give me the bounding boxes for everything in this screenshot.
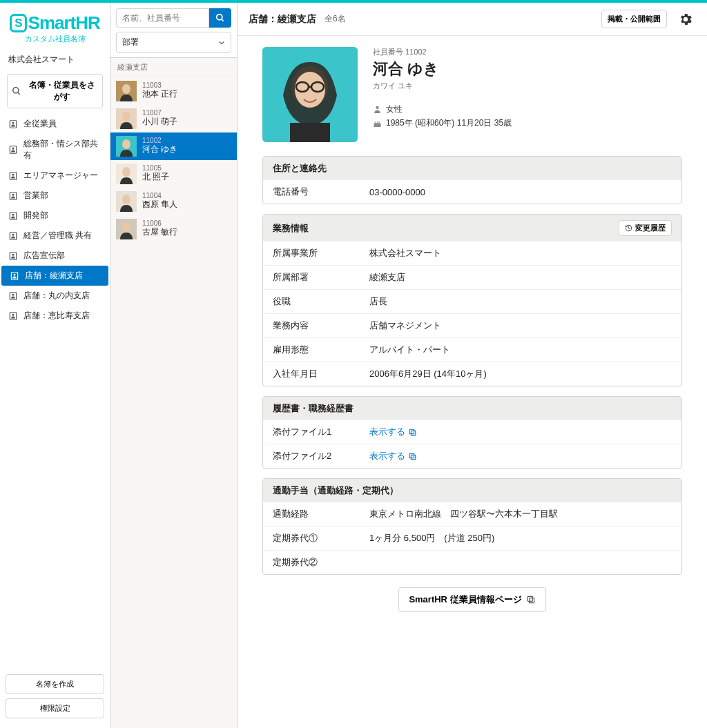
- avatar: [116, 191, 137, 212]
- employee-list-item[interactable]: 11002河合 ゆき: [110, 132, 237, 160]
- employee-name-kana: カワイ ユキ: [373, 81, 512, 91]
- nav-item[interactable]: 総務部・情シス部共有: [0, 134, 110, 166]
- permission-button[interactable]: 権限設定: [6, 698, 104, 718]
- employee-name: 池本 正行: [142, 89, 177, 100]
- nav-item[interactable]: 店舗：綾瀬支店: [1, 266, 108, 286]
- nav-label: 開発部: [23, 210, 48, 222]
- info-row: 通勤経路東京メトロ南北線 四ツ谷駅〜六本木一丁目駅: [263, 502, 681, 526]
- row-label: 入社年月日: [273, 368, 369, 380]
- svg-point-21: [12, 313, 14, 315]
- info-row: 雇用形態アルバイト・パート: [263, 337, 681, 362]
- employee-list-item[interactable]: 11003池本 正行: [110, 77, 237, 105]
- svg-rect-14: [10, 252, 16, 259]
- employee-list-item[interactable]: 11004西原 隼人: [110, 188, 237, 215]
- nav-item[interactable]: 開発部: [0, 206, 110, 226]
- show-link[interactable]: 表示する: [369, 450, 417, 462]
- row-label: 添付ファイル2: [273, 450, 369, 462]
- nav-list: 全従業員総務部・情シス部共有エリアマネージャー営業部開発部経営／管理職 共有広告…: [0, 114, 110, 326]
- nav-item[interactable]: 店舗：丸の内支店: [0, 286, 110, 306]
- nav-label: 店舗：恵比寿支店: [23, 310, 90, 322]
- info-row: 定期券代②: [263, 550, 681, 574]
- employee-id: 11007: [142, 110, 177, 117]
- list-icon: [8, 251, 18, 261]
- info-row: 所属事業所株式会社スマート: [263, 242, 681, 265]
- chevron-down-icon: [218, 39, 225, 46]
- nav-label: 営業部: [23, 190, 48, 201]
- nav-label: 店舗：丸の内支店: [23, 290, 90, 302]
- info-row: 添付ファイル1表示する: [263, 420, 681, 444]
- svg-point-31: [122, 167, 130, 177]
- gear-icon[interactable]: [675, 12, 696, 27]
- nav-item[interactable]: エリアマネージャー: [0, 166, 110, 186]
- nav-label: 店舗：綾瀬支店: [25, 270, 83, 282]
- svg-point-0: [13, 88, 19, 93]
- row-label: 定期券代①: [273, 532, 369, 544]
- sidebar: SSmartHR カスタム社員名簿 株式会社スマート 名簿・従業員をさがす 全従…: [0, 3, 110, 728]
- info-row: 添付ファイル2表示する: [263, 444, 681, 468]
- row-label: 添付ファイル1: [273, 426, 369, 438]
- search-input[interactable]: [116, 8, 209, 28]
- svg-rect-18: [10, 292, 16, 299]
- section-title: 通勤手当（通勤経路・定期代）: [273, 484, 398, 497]
- nav-item[interactable]: 店舗：恵比寿支店: [0, 306, 110, 326]
- search-submit-button[interactable]: [209, 8, 231, 28]
- row-value: アルバイト・パート: [369, 344, 672, 356]
- department-select[interactable]: 部署: [116, 32, 231, 53]
- nav-item[interactable]: 全従業員: [0, 114, 110, 134]
- create-list-button[interactable]: 名簿を作成: [6, 674, 104, 694]
- nav-item[interactable]: 経営／管理職 共有: [0, 226, 110, 246]
- history-button[interactable]: 変更履歴: [619, 220, 672, 236]
- svg-rect-44: [374, 124, 381, 127]
- nav-item[interactable]: 営業部: [0, 186, 110, 206]
- profile-photo: [262, 47, 358, 142]
- svg-rect-6: [10, 172, 16, 179]
- svg-point-19: [12, 293, 14, 295]
- svg-rect-20: [10, 312, 16, 319]
- employee-id: 11002: [142, 137, 177, 144]
- row-label: 所属部署: [273, 271, 369, 284]
- employee-list-item[interactable]: 11007小川 萌子: [110, 105, 237, 132]
- svg-point-29: [122, 139, 130, 149]
- svg-point-7: [12, 173, 14, 175]
- row-value: 店舗マネジメント: [369, 319, 672, 332]
- svg-rect-49: [409, 453, 414, 458]
- avatar: [116, 136, 137, 157]
- smarthr-link-button[interactable]: SmartHR 従業員情報ページ: [398, 587, 545, 612]
- svg-rect-8: [10, 192, 16, 199]
- employee-id: 11005: [142, 165, 169, 172]
- svg-line-23: [222, 19, 224, 21]
- publish-settings-button[interactable]: 掲載・公開範囲: [601, 10, 667, 28]
- nav-item[interactable]: 広告宣伝部: [0, 246, 110, 266]
- svg-rect-10: [10, 212, 16, 219]
- employee-name: 北 照子: [142, 172, 169, 183]
- list-icon: [8, 311, 18, 321]
- show-link[interactable]: 表示する: [369, 426, 417, 438]
- row-value: 綾瀬支店: [369, 271, 672, 284]
- info-row: 役職店長: [263, 289, 681, 313]
- info-row: 電話番号03-0000-0000: [263, 180, 681, 204]
- employee-list-item[interactable]: 11006古屋 敏行: [110, 215, 237, 243]
- svg-point-13: [12, 233, 14, 235]
- content-header: 店舗：綾瀬支店 全6名 掲載・公開範囲: [238, 3, 707, 36]
- row-value: 東京メトロ南北線 四ツ谷駅〜六本木一丁目駅: [369, 508, 672, 520]
- profile-header: 社員番号 11002 河合 ゆき カワイ ユキ 女性 1985年 (昭和60年)…: [262, 47, 682, 142]
- row-value: 2006年6月29日 (14年10ヶ月): [369, 368, 672, 380]
- section-title: 履歴書・職務経歴書: [273, 402, 354, 415]
- svg-rect-46: [411, 431, 416, 435]
- employee-id: 11003: [142, 82, 177, 89]
- svg-rect-47: [409, 429, 414, 434]
- employee-list-item[interactable]: 11005北 照子: [110, 160, 237, 188]
- svg-rect-51: [527, 596, 532, 601]
- row-value: 表示する: [369, 450, 672, 462]
- svg-rect-45: [374, 126, 381, 127]
- row-label: 通勤経路: [273, 508, 369, 520]
- employee-number: 社員番号 11002: [373, 47, 512, 57]
- list-icon: [8, 191, 18, 201]
- external-link-icon: [526, 595, 536, 604]
- list-icon: [8, 211, 18, 221]
- employee-name: 西原 隼人: [142, 199, 177, 210]
- row-value: 03-0000-0000: [369, 187, 672, 197]
- svg-point-33: [122, 195, 130, 204]
- search-directory-button[interactable]: 名簿・従業員をさがす: [7, 74, 103, 108]
- svg-point-22: [217, 14, 222, 20]
